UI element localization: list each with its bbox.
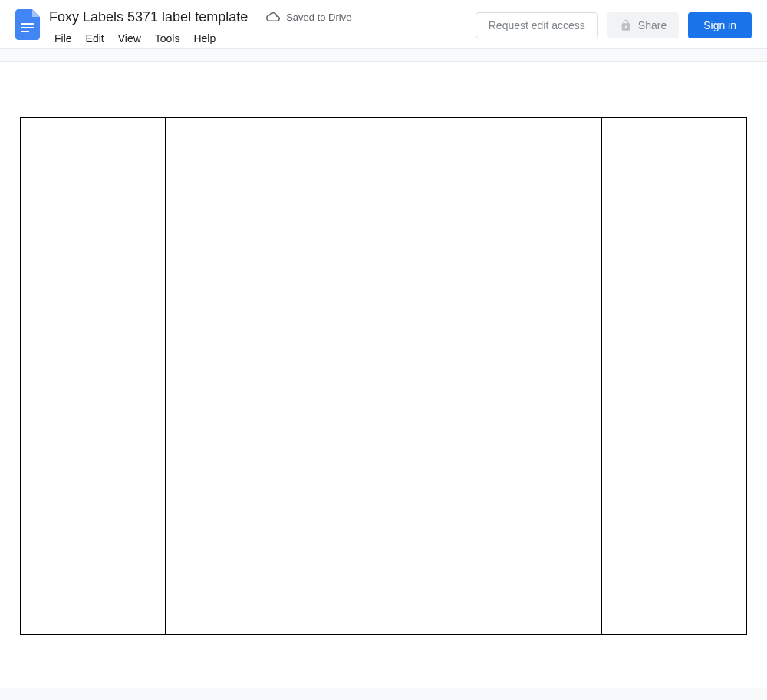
menu-edit[interactable]: Edit [81,29,110,48]
label-cell[interactable] [21,118,166,376]
menu-file[interactable]: File [49,29,77,48]
label-cell[interactable] [456,376,601,635]
share-button-label: Share [638,19,667,31]
label-cell[interactable] [311,118,456,376]
table-row [21,376,747,635]
label-cell[interactable] [601,118,746,376]
footer-strip [0,688,767,700]
label-grid[interactable] [20,117,747,635]
menu-bar: File Edit View Tools Help [49,29,476,48]
svg-rect-2 [21,31,29,32]
label-cell[interactable] [456,118,601,376]
menu-view[interactable]: View [113,29,146,48]
label-cell[interactable] [166,118,311,376]
save-status[interactable]: Saved to Drive [266,10,351,24]
docs-icon[interactable] [15,9,40,40]
app-header: Foxy Labels 5371 label template Saved to… [0,0,767,49]
label-cell[interactable] [601,376,746,635]
toolbar-strip [0,49,767,62]
svg-rect-0 [21,23,34,25]
title-row: Foxy Labels 5371 label template Saved to… [49,6,476,28]
header-actions: Request edit access Share Sign in [476,12,752,38]
menu-tools[interactable]: Tools [150,29,186,48]
label-cell[interactable] [311,376,456,635]
share-button[interactable]: Share [607,12,679,38]
title-menu-area: Foxy Labels 5371 label template Saved to… [49,6,476,48]
document-title[interactable]: Foxy Labels 5371 label template [49,6,248,28]
document-canvas[interactable] [0,62,767,688]
request-access-button[interactable]: Request edit access [476,12,598,38]
svg-rect-1 [21,27,34,28]
save-status-text: Saved to Drive [286,12,351,23]
signin-button[interactable]: Sign in [688,12,752,38]
cloud-icon [266,10,280,24]
menu-help[interactable]: Help [188,29,221,48]
table-row [21,118,747,376]
lock-icon [620,19,632,31]
label-cell[interactable] [21,376,166,635]
label-cell[interactable] [166,376,311,635]
